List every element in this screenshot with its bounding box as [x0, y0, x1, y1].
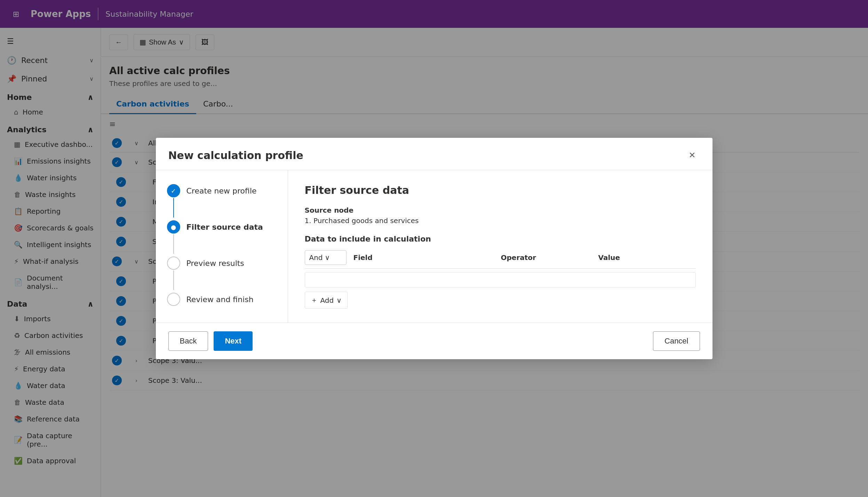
- filter-header-value: Value: [598, 253, 696, 262]
- step-create-label: Create new profile: [186, 184, 257, 195]
- back-button[interactable]: Back: [168, 331, 208, 351]
- step-create: ✓ Create new profile: [167, 184, 277, 218]
- step-filter: ● Filter source data: [167, 220, 277, 254]
- filter-header-field: Field: [353, 253, 501, 262]
- and-label: And: [309, 253, 323, 262]
- modal-steps: ✓ Create new profile ● Filter source dat…: [156, 170, 288, 323]
- filter-source-title: Filter source data: [305, 184, 696, 196]
- step-preview: Preview results: [167, 257, 277, 290]
- cancel-button[interactable]: Cancel: [653, 331, 700, 351]
- modal-content: Filter source data Source node 1. Purcha…: [288, 170, 712, 323]
- step-review-label: Review and finish: [186, 293, 254, 304]
- chevron-down-icon: ∨: [336, 296, 342, 305]
- step-review: Review and finish: [167, 293, 277, 306]
- modal-footer: Back Next Cancel: [156, 323, 712, 359]
- add-label: Add: [320, 296, 334, 305]
- modal-body: ✓ Create new profile ● Filter source dat…: [156, 170, 712, 323]
- step-create-circle: ✓: [167, 184, 180, 197]
- next-button[interactable]: Next: [214, 331, 253, 351]
- data-include-label: Data to include in calculation: [305, 235, 696, 243]
- modal-title: New calculation profile: [168, 149, 303, 161]
- step-preview-wrapper: Preview results: [167, 257, 277, 290]
- modal: New calculation profile ✕ ✓ Create new p…: [156, 138, 712, 359]
- footer-left-buttons: Back Next: [168, 331, 253, 351]
- modal-close-button[interactable]: ✕: [685, 148, 700, 163]
- filter-table-header: And ∨ Field Operator Value: [305, 250, 696, 269]
- step-filter-wrapper: ● Filter source data: [167, 220, 277, 254]
- modal-header: New calculation profile ✕: [156, 138, 712, 170]
- step-preview-label: Preview results: [186, 257, 244, 268]
- step-review-circle: [167, 293, 180, 306]
- and-dropdown[interactable]: And ∨: [305, 250, 347, 265]
- add-filter-button[interactable]: ＋ Add ∨: [305, 292, 348, 309]
- source-node-label: Source node: [305, 206, 696, 214]
- step-review-wrapper: Review and finish: [167, 293, 277, 306]
- chevron-down-icon: ∨: [325, 253, 330, 262]
- source-node-value: 1. Purchased goods and services: [305, 216, 696, 225]
- filter-header-and: And ∨: [305, 250, 353, 265]
- filter-header-operator: Operator: [501, 253, 598, 262]
- step-create-wrapper: ✓ Create new profile: [167, 184, 277, 218]
- step-filter-circle: ●: [167, 220, 180, 234]
- filter-empty-row: [305, 272, 696, 287]
- step-preview-circle: [167, 257, 180, 270]
- plus-icon: ＋: [311, 295, 318, 305]
- step-filter-label: Filter source data: [186, 220, 263, 231]
